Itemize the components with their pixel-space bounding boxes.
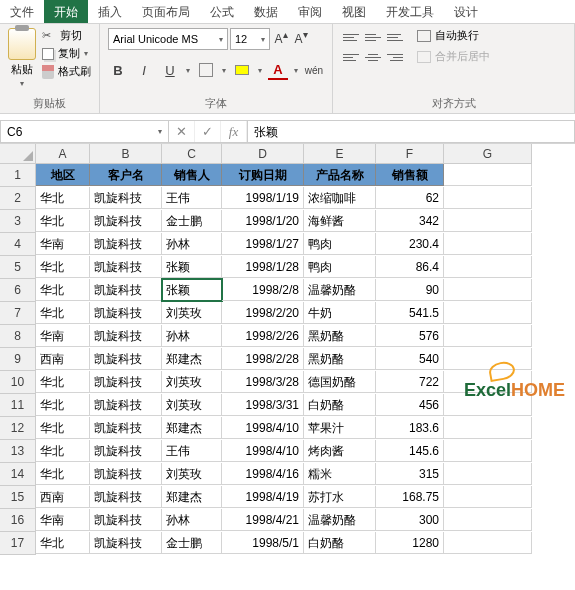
cell[interactable]: 62 (376, 187, 444, 209)
cell[interactable]: 海鲜酱 (304, 210, 376, 232)
row-header[interactable]: 14 (0, 463, 36, 486)
cell[interactable]: 郑建杰 (162, 417, 222, 439)
cell[interactable]: 1998/4/21 (222, 509, 304, 531)
cell[interactable]: 华北 (36, 417, 90, 439)
row-header[interactable]: 9 (0, 348, 36, 371)
cell[interactable] (444, 348, 532, 370)
column-header[interactable]: A (36, 144, 90, 164)
italic-button[interactable]: I (134, 60, 154, 80)
cell[interactable]: 凯旋科技 (90, 509, 162, 531)
cell[interactable]: 白奶酪 (304, 394, 376, 416)
cell[interactable]: 德国奶酪 (304, 371, 376, 393)
row-header[interactable]: 4 (0, 233, 36, 256)
cell[interactable]: 张颖 (162, 256, 222, 278)
cell[interactable] (444, 302, 532, 324)
row-header[interactable]: 8 (0, 325, 36, 348)
cancel-formula-button[interactable]: ✕ (169, 121, 195, 142)
align-bottom-button[interactable] (385, 28, 405, 46)
row-header[interactable]: 13 (0, 440, 36, 463)
cell[interactable]: 541.5 (376, 302, 444, 324)
row-header[interactable]: 12 (0, 417, 36, 440)
tab-设计[interactable]: 设计 (444, 0, 488, 23)
formula-input[interactable]: 张颖 (248, 120, 575, 143)
cell[interactable]: 315 (376, 463, 444, 485)
row-header[interactable]: 1 (0, 164, 36, 187)
cell[interactable]: 凯旋科技 (90, 394, 162, 416)
cell[interactable]: 华北 (36, 256, 90, 278)
cell[interactable]: 1998/2/8 (222, 279, 304, 301)
table-header-cell[interactable]: 销售额 (376, 164, 444, 186)
tab-开始[interactable]: 开始 (44, 0, 88, 23)
cell[interactable] (444, 187, 532, 209)
cell[interactable] (444, 463, 532, 485)
cell[interactable]: 白奶酪 (304, 532, 376, 554)
cell[interactable] (444, 233, 532, 255)
cell[interactable]: 1998/1/19 (222, 187, 304, 209)
cell[interactable]: 1998/2/20 (222, 302, 304, 324)
bold-button[interactable]: B (108, 60, 128, 80)
align-left-button[interactable] (341, 48, 361, 66)
cell[interactable]: 1998/2/26 (222, 325, 304, 347)
cell[interactable]: 1998/4/10 (222, 440, 304, 462)
cell[interactable]: 孙林 (162, 325, 222, 347)
column-header[interactable]: F (376, 144, 444, 164)
cell[interactable]: 金士鹏 (162, 210, 222, 232)
cell[interactable]: 华北 (36, 210, 90, 232)
cell[interactable]: 黑奶酪 (304, 348, 376, 370)
align-center-button[interactable] (363, 48, 383, 66)
align-right-button[interactable] (385, 48, 405, 66)
cell[interactable]: 300 (376, 509, 444, 531)
cell[interactable]: 1998/1/27 (222, 233, 304, 255)
table-header-cell[interactable]: 地区 (36, 164, 90, 186)
cell[interactable]: 刘英玫 (162, 371, 222, 393)
decrease-font-button[interactable]: A▾ (292, 29, 310, 49)
cell[interactable]: 鸭肉 (304, 233, 376, 255)
cell[interactable]: 烤肉酱 (304, 440, 376, 462)
cell[interactable]: 凯旋科技 (90, 348, 162, 370)
table-header-cell[interactable]: 客户名 (90, 164, 162, 186)
underline-button[interactable]: U (160, 60, 180, 80)
cell[interactable]: 金士鹏 (162, 532, 222, 554)
cell[interactable] (444, 256, 532, 278)
column-header[interactable]: C (162, 144, 222, 164)
cell[interactable]: 1998/1/20 (222, 210, 304, 232)
row-header[interactable]: 7 (0, 302, 36, 325)
column-header[interactable]: D (222, 144, 304, 164)
align-top-button[interactable] (341, 28, 361, 46)
cell[interactable]: 华北 (36, 187, 90, 209)
tab-开发工具[interactable]: 开发工具 (376, 0, 444, 23)
cell[interactable] (444, 210, 532, 232)
column-header[interactable]: E (304, 144, 376, 164)
cell[interactable]: 1998/5/1 (222, 532, 304, 554)
cell[interactable] (444, 417, 532, 439)
wrap-text-button[interactable]: 自动换行 (417, 28, 490, 43)
cell[interactable]: 王伟 (162, 440, 222, 462)
cell[interactable]: 刘英玫 (162, 394, 222, 416)
cell[interactable] (444, 509, 532, 531)
cell[interactable]: 145.6 (376, 440, 444, 462)
cell[interactable]: 凯旋科技 (90, 371, 162, 393)
cell[interactable]: 温馨奶酪 (304, 279, 376, 301)
border-button[interactable] (196, 60, 216, 80)
tab-页面布局[interactable]: 页面布局 (132, 0, 200, 23)
cell[interactable]: 1998/3/31 (222, 394, 304, 416)
cell[interactable]: 230.4 (376, 233, 444, 255)
font-size-select[interactable]: 12▾ (230, 28, 270, 50)
cell[interactable]: 722 (376, 371, 444, 393)
cell[interactable]: 浓缩咖啡 (304, 187, 376, 209)
cell[interactable]: 刘英玫 (162, 463, 222, 485)
cell[interactable]: 90 (376, 279, 444, 301)
cell[interactable]: 华南 (36, 233, 90, 255)
cell[interactable]: 576 (376, 325, 444, 347)
cell[interactable]: 1998/2/28 (222, 348, 304, 370)
cell[interactable]: 540 (376, 348, 444, 370)
cell[interactable]: 孙林 (162, 233, 222, 255)
cell[interactable]: 456 (376, 394, 444, 416)
cell[interactable]: 凯旋科技 (90, 325, 162, 347)
cell[interactable]: 孙林 (162, 509, 222, 531)
cell[interactable]: 张颖 (162, 279, 222, 301)
row-header[interactable]: 17 (0, 532, 36, 555)
cell[interactable]: 凯旋科技 (90, 256, 162, 278)
row-header[interactable]: 11 (0, 394, 36, 417)
cell[interactable]: 1998/3/28 (222, 371, 304, 393)
